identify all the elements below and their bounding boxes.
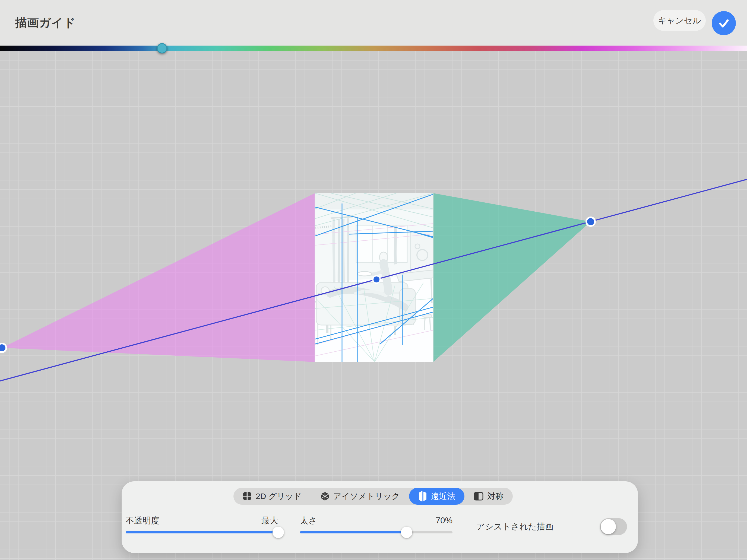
- symmetry-icon: [474, 492, 484, 501]
- tab-symmetry[interactable]: 対称: [464, 488, 513, 505]
- opacity-slider-thumb[interactable]: [273, 527, 284, 538]
- opacity-slider[interactable]: [126, 531, 278, 533]
- assisted-drawing-label: アシストされた描画: [476, 521, 553, 532]
- drawing-guide-screen: { "header": { "title": "描画ガイド", "cancel_…: [0, 0, 747, 560]
- tab-label: 2D グリッド: [256, 491, 302, 502]
- thickness-value: 70%: [436, 516, 453, 526]
- check-icon: [717, 17, 730, 30]
- opacity-label: 不透明度: [126, 515, 159, 526]
- page-title: 描画ガイド: [15, 0, 76, 46]
- thickness-slider[interactable]: [300, 531, 453, 533]
- perspective-icon: [418, 491, 427, 502]
- tab-label: 遠近法: [431, 491, 455, 502]
- tab-perspective[interactable]: 遠近法: [409, 488, 464, 505]
- assisted-drawing-toggle[interactable]: [600, 518, 627, 535]
- guide-color-gradient-bar[interactable]: [0, 46, 747, 51]
- tab-2d-grid[interactable]: 2D グリッド: [233, 488, 311, 505]
- grid-2d-icon: [243, 491, 252, 501]
- thickness-label-row: 太さ 70%: [300, 515, 453, 526]
- thickness-label: 太さ: [300, 515, 317, 526]
- opacity-slider-fill: [126, 531, 278, 533]
- tab-label: 対称: [487, 491, 504, 502]
- cancel-button[interactable]: キャンセル: [653, 10, 706, 31]
- tab-label: アイソメトリック: [333, 491, 400, 502]
- tab-isometric[interactable]: アイソメトリック: [311, 488, 409, 505]
- guide-type-segmented-control: 2D グリッド アイソメトリック: [233, 488, 513, 505]
- thickness-slider-fill: [300, 531, 407, 533]
- toggle-knob: [601, 519, 616, 534]
- confirm-button[interactable]: [712, 11, 736, 35]
- opacity-label-row: 不透明度 最大: [126, 515, 278, 526]
- cancel-button-label: キャンセル: [658, 15, 701, 26]
- isometric-icon: [320, 491, 330, 501]
- assisted-drawing-row: アシストされた描画: [476, 518, 627, 535]
- opacity-value: 最大: [261, 515, 278, 526]
- guide-color-handle[interactable]: [157, 43, 167, 53]
- top-toolbar: 描画ガイド キャンセル: [0, 0, 747, 46]
